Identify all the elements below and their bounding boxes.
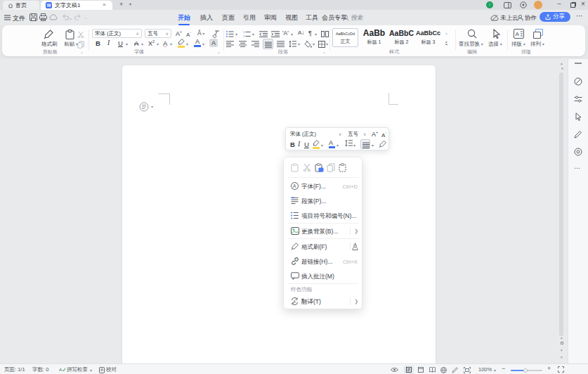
menu-item-paragraph[interactable]: 段落(P)... [284,193,363,208]
borders-dropdown-icon[interactable]: ▾ [326,41,328,46]
paragraph-dialog-launcher[interactable]: ⌄ [322,49,326,54]
ctx-copy-icon[interactable] [327,163,335,172]
zoom-in-button[interactable]: + [547,365,551,372]
browse-object-icon[interactable] [561,342,563,344]
mini-bold[interactable]: B [290,141,295,148]
style-h3-chip[interactable]: AaBbCc 标题 3 [415,28,441,47]
mini-shrink-font[interactable]: A- [381,131,386,138]
font-dialog-launcher[interactable]: ⌄ [217,49,221,54]
zoom-level[interactable]: 100% [478,366,492,373]
layout-mode-icon[interactable] [504,2,511,8]
borders-icon[interactable] [318,41,325,48]
scrollbar-thumb[interactable] [559,72,563,336]
user-avatar[interactable] [534,1,542,9]
spell-check-dropdown[interactable]: ▾ [90,368,92,373]
cut-icon[interactable] [77,31,84,38]
line-spacing-icon[interactable] [289,41,296,48]
view-web-icon[interactable] [440,367,447,373]
style-h2-chip[interactable]: AaBbC 标题 2 [388,28,414,47]
scroll-top-icon[interactable]: ▴ [561,61,563,65]
font-size-select[interactable]: 五号∨ [145,29,171,38]
clipboard-dialog-launcher[interactable]: ⌄ [80,49,84,54]
strikethrough-dropdown-icon[interactable]: ▾ [141,41,143,46]
strikethrough-icon[interactable]: A [134,39,138,47]
bold-icon[interactable]: B [96,39,100,47]
ctx-paste-disabled-icon[interactable] [291,163,300,172]
redo-icon[interactable] [74,14,81,20]
ribbon-tab-page[interactable]: 页面 [222,13,235,22]
save-icon[interactable] [30,13,37,21]
ctx-paste-special-icon[interactable] [339,163,348,172]
increase-indent-icon[interactable] [271,31,280,37]
view-page-button[interactable] [404,366,414,374]
collapse-sidebar-icon[interactable] [575,63,582,64]
typeset-icon[interactable]: A [514,29,524,39]
upgrade-icon[interactable]: ↑ [486,1,493,8]
document-tab[interactable]: W 文字文稿1 [41,1,112,10]
document-page[interactable] [122,65,436,363]
pin-toolbar-icon[interactable] [351,243,359,250]
mini-font-size[interactable]: 五号 [348,131,358,138]
superscript-icon[interactable]: X2 [148,39,155,47]
search-input[interactable]: 搜索 [351,14,363,22]
fullscreen-icon[interactable] [558,366,564,373]
new-tab-icon[interactable]: + [119,1,123,8]
ribbon-tab-insert[interactable]: 插入 [200,13,213,22]
print-icon[interactable] [39,13,47,21]
text-effects-icon[interactable]: A̐ ▾ [197,30,204,37]
more-menu-icon[interactable]: ⋯ [576,12,584,20]
mini-font-color-dropdown[interactable]: ▾ [337,143,339,148]
align-center-icon[interactable] [239,41,247,47]
char-shading-icon[interactable]: A [209,39,218,47]
style-gallery-up-icon[interactable]: ▴ [445,31,447,35]
mini-underline[interactable]: U [304,141,309,148]
eye-protect-icon[interactable] [391,367,398,373]
paste-icon[interactable] [65,30,74,39]
theme-icon[interactable] [574,77,582,86]
sidebar-more-icon[interactable]: ⋯ [574,165,581,172]
text-direction-dropdown-icon[interactable]: ▾ [291,32,293,37]
vertical-scrollbar[interactable]: ▴ ▴ ▾ ▾ [557,59,568,363]
tab-list-icon[interactable]: ▾ [129,1,131,6]
skin-settings-icon[interactable] [520,1,527,8]
menu-item-format-painter[interactable]: 格式刷(F) [284,239,363,254]
pen-tool-icon[interactable] [574,130,582,138]
arrange-label[interactable]: 排列 ▾ [530,41,544,48]
justify-button[interactable] [263,39,273,49]
page-indicator[interactable]: 页面: 1/1 [4,366,25,373]
select-label[interactable]: 选择 ▾ [488,41,502,48]
mini-font-size-dropdown[interactable]: ∨ [363,131,366,136]
close-window-button[interactable]: × [581,0,585,8]
underline-icon[interactable]: U [118,39,123,47]
bullets-icon[interactable] [226,31,234,37]
minimize-button[interactable]: – [556,0,563,8]
ctx-paste-icon[interactable] [315,163,324,172]
select-icon[interactable] [492,29,501,39]
italic-icon[interactable]: I [107,39,110,46]
ribbon-tab-reference[interactable]: 引用 [243,13,256,22]
highlight-dropdown-icon[interactable]: ▾ [186,41,188,46]
mini-font-color[interactable]: A [329,139,335,148]
numbering-dropdown-icon[interactable]: ▾ [252,32,254,37]
menu-item-background[interactable]: 更换背景(B)... ❯ [284,224,363,238]
paragraph-layout-icon[interactable] [139,102,149,112]
clear-format-icon[interactable] [212,30,220,38]
font-color-dropdown-icon[interactable]: ▾ [202,41,204,46]
paste-label[interactable]: 粘贴 ▾ [64,41,78,48]
mini-highlight-dropdown[interactable]: ▾ [321,143,323,148]
ribbon-tab-tools[interactable]: 工具 [306,13,318,22]
line-spacing-dropdown-icon[interactable]: ▾ [298,41,300,46]
align-right-icon[interactable] [251,41,259,47]
properties-icon[interactable] [574,95,582,103]
mini-font-family-dropdown[interactable]: ∨ [339,131,341,136]
mini-align-dropdown[interactable]: ▾ [372,143,374,148]
char-effect-icon[interactable]: A~ [163,39,167,47]
maximize-button[interactable] [570,2,576,8]
align-left-icon[interactable] [226,41,234,47]
edit-mode-icon[interactable] [452,367,458,373]
underline-dropdown-icon[interactable]: ▾ [126,41,128,46]
zoom-dropdown[interactable]: ▾ [494,368,496,373]
mini-font-family[interactable]: 宋体 (正文) [290,131,316,138]
prev-page-icon[interactable]: ▴ [561,335,563,340]
mini-format-painter[interactable] [379,140,387,148]
